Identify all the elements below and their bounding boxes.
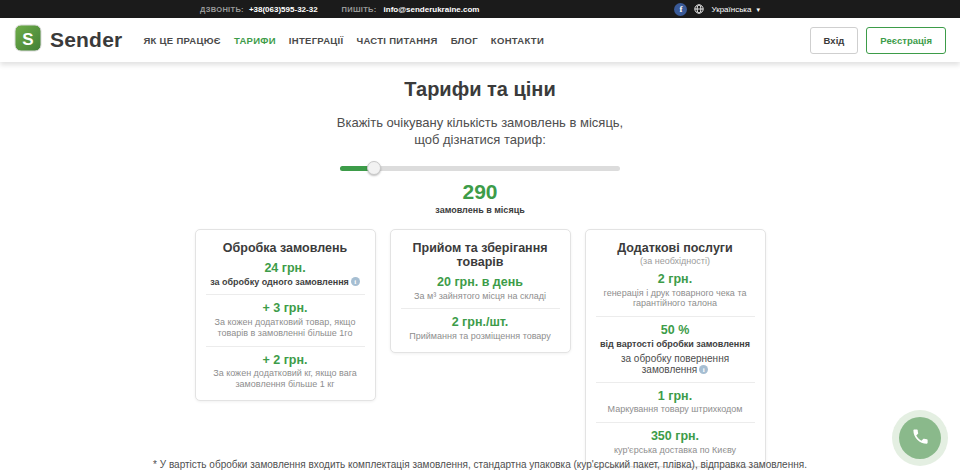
header-actions: Вхід Реєстрація xyxy=(810,27,946,54)
price-description-text: за обробку повернення замовлення xyxy=(621,353,729,375)
main-nav: ЯК ЦЕ ПРАЦЮЄ ТАРИФИ ІНТЕГРАЦІЇ ЧАСТІ ПИТ… xyxy=(143,35,544,46)
login-button[interactable]: Вхід xyxy=(810,27,859,54)
chat-call-button[interactable] xyxy=(892,410,948,466)
subtitle-line2: щоб дізнатися тариф: xyxy=(0,132,960,149)
divider xyxy=(596,382,755,383)
price-description: кур'єрська доставка по Києву xyxy=(594,445,757,456)
header: S Sender ЯК ЦЕ ПРАЦЮЄ ТАРИФИ ІНТЕГРАЦІЇ … xyxy=(0,18,960,62)
divider xyxy=(206,346,365,347)
price-description: За м³ зайнятого місця на складі xyxy=(399,291,562,302)
globe-icon xyxy=(694,4,704,14)
phone-icon xyxy=(911,427,930,450)
price: 50 % xyxy=(594,324,757,338)
svg-text:S: S xyxy=(22,30,33,49)
card-title: Додаткові послуги xyxy=(594,241,757,255)
subtitle: Вкажіть очікувану кількість замовлень в … xyxy=(0,115,960,149)
orders-slider xyxy=(340,161,620,175)
price-description: За кожен додатковий кг, якщо вага замовл… xyxy=(204,368,367,390)
call-label: ДЗВОНІТЬ: xyxy=(200,5,244,14)
orders-caption: замовлень в місяць xyxy=(0,205,960,215)
price-description-text: за обробку одного замовлення xyxy=(210,277,349,287)
facebook-icon[interactable]: f xyxy=(674,3,687,16)
info-icon[interactable]: i xyxy=(351,277,360,286)
sender-logo-icon: S xyxy=(14,24,42,56)
price-description: генерація і друк товарного чека та гаран… xyxy=(594,288,757,310)
price: 24 грн. xyxy=(204,262,367,276)
nav-item-blog[interactable]: БЛОГ xyxy=(451,35,478,46)
pricing-footnote: * У вартість обробки замовлення входить … xyxy=(0,459,960,470)
divider xyxy=(206,294,365,295)
nav-item-faq[interactable]: ЧАСТІ ПИТАННЯ xyxy=(356,35,437,46)
price: 2 грн./шт. xyxy=(399,316,562,330)
divider xyxy=(401,308,560,309)
chevron-down-icon: ▾ xyxy=(756,6,760,13)
price: 350 грн. xyxy=(594,430,757,444)
card-extra-services: Додаткові послуги (за необхідності) 2 гр… xyxy=(585,229,766,467)
divider xyxy=(596,316,755,317)
price-description: Приймання та розміщення товару xyxy=(399,331,562,342)
info-icon[interactable]: i xyxy=(699,365,708,374)
language-label: Українська xyxy=(711,5,751,14)
price: 1 грн. xyxy=(594,390,757,404)
page-title: Тарифи та ціни xyxy=(0,78,960,101)
email-link[interactable]: info@senderukraine.com xyxy=(384,5,480,14)
price: 2 грн. xyxy=(594,273,757,287)
price-description: За кожен додатковий товар, якщо товарів … xyxy=(204,317,367,339)
nav-item-how-it-works[interactable]: ЯК ЦЕ ПРАЦЮЄ xyxy=(143,35,220,46)
language-selector[interactable]: Українська ▾ xyxy=(711,5,760,14)
card-order-processing: Обробка замовлень 24 грн. за обробку одн… xyxy=(195,229,376,401)
slider-track[interactable] xyxy=(340,166,620,171)
write-label: ПИШІТЬ: xyxy=(342,5,377,14)
nav-item-tariffs[interactable]: ТАРИФИ xyxy=(234,35,276,46)
orders-count: 290 xyxy=(0,180,960,204)
logo[interactable]: S Sender xyxy=(14,24,122,56)
topbar-social: f Українська ▾ xyxy=(674,3,760,16)
card-storage: Прийом та зберігання товарів 20 грн. в д… xyxy=(390,229,571,353)
topbar: ДЗВОНІТЬ: +38(063)595-32-32 ПИШІТЬ: info… xyxy=(0,0,960,18)
price: + 3 грн. xyxy=(204,302,367,316)
brand-name: Sender xyxy=(50,28,122,52)
chat-call-button-circle xyxy=(899,417,941,459)
subtitle-line1: Вкажіть очікувану кількість замовлень в … xyxy=(0,115,960,132)
topbar-contacts: ДЗВОНІТЬ: +38(063)595-32-32 ПИШІТЬ: info… xyxy=(200,5,479,14)
price: 20 грн. в день xyxy=(399,276,562,290)
divider xyxy=(596,422,755,423)
pricing-cards: Обробка замовлень 24 грн. за обробку одн… xyxy=(0,229,960,467)
slider-handle[interactable] xyxy=(367,161,381,175)
price-description-secondary: за обробку повернення замовленняi xyxy=(594,353,757,375)
price: + 2 грн. xyxy=(204,354,367,368)
nav-item-integrations[interactable]: ІНТЕГРАЦІЇ xyxy=(289,35,344,46)
register-button[interactable]: Реєстрація xyxy=(866,27,946,54)
card-title: Прийом та зберігання товарів xyxy=(399,241,562,269)
card-subtitle: (за необхідності) xyxy=(594,256,757,266)
nav-item-contacts[interactable]: КОНТАКТИ xyxy=(491,35,544,46)
price-description: від вартості обробки замовлення xyxy=(594,339,757,350)
price-description: Маркування товару штрихкодом xyxy=(594,404,757,415)
topbar-inner: ДЗВОНІТЬ: +38(063)595-32-32 ПИШІТЬ: info… xyxy=(200,0,760,18)
card-title: Обробка замовлень xyxy=(204,241,367,255)
price-description: за обробку одного замовленняi xyxy=(204,277,367,288)
phone-link[interactable]: +38(063)595-32-32 xyxy=(249,5,318,14)
